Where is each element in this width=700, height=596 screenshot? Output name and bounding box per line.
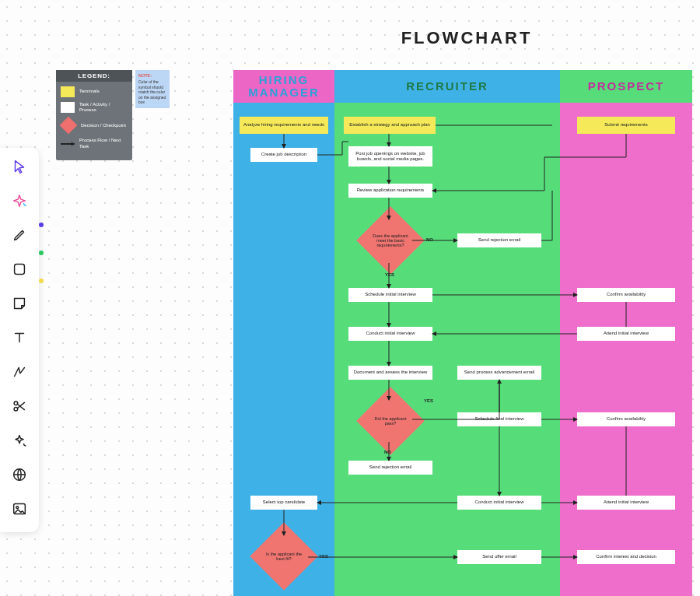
label-yes-hm: YES: [319, 554, 328, 559]
sparkle-tool-icon[interactable]: [10, 431, 29, 450]
label-yes-basic: YES: [385, 272, 394, 277]
cursor-tool-icon[interactable]: [10, 157, 29, 176]
node-rec-basic[interactable]: Does the applicant meet the basic requir…: [366, 216, 415, 265]
globe-tool-icon[interactable]: [10, 465, 29, 484]
connector-tool-icon[interactable]: [10, 363, 29, 381]
node-hm-bestfit[interactable]: Is the applicant the best fit?: [260, 532, 308, 580]
legend-label-flow: Process Flow / Next Task: [79, 138, 128, 149]
node-rec-offer[interactable]: Send offer email: [457, 550, 541, 564]
lane-body-hm: Analyze hiring requirements and needs Cr…: [233, 103, 334, 596]
lane-body-pro: Submit requirements Confirm availability…: [560, 103, 692, 596]
node-rec-post[interactable]: Post job openings on website, job boards…: [348, 146, 432, 167]
svg-rect-0: [15, 265, 25, 275]
status-dot-green: [39, 251, 44, 255]
node-pro-confirm1[interactable]: Confirm availability: [577, 288, 675, 302]
image-tool-icon[interactable]: [10, 500, 29, 518]
svg-point-5: [16, 507, 19, 509]
lane-recruiter: RECRUITER Establish a strategy and appro…: [334, 70, 560, 596]
node-rec-advance[interactable]: Send process advancement email: [457, 366, 541, 380]
label-yes-pass: YES: [424, 398, 433, 403]
lane-header-rec: RECRUITER: [334, 70, 560, 103]
node-rec-document[interactable]: Document and assess the interview: [348, 366, 432, 380]
legend-swatch-task: [61, 102, 75, 113]
lane-header-hm: HIRING MANAGER: [233, 70, 334, 103]
text-tool-icon[interactable]: [10, 328, 29, 347]
lane-hiring-manager: HIRING MANAGER Analyze hiring requiremen…: [233, 70, 334, 596]
lane-header-pro: PROSPECT: [560, 70, 692, 103]
node-rec-conduct2[interactable]: Conduct initial interview: [457, 496, 541, 510]
note-heading: NOTE:: [138, 73, 166, 79]
node-pro-attend2[interactable]: Attend initial interview: [577, 496, 675, 510]
node-rec-pass[interactable]: Did the applicant pass?: [366, 397, 415, 445]
legend-label-task: Task / Activity / Process: [79, 102, 128, 113]
node-pro-attend1[interactable]: Attend initial interview: [577, 327, 675, 341]
node-pro-submit[interactable]: Submit requirements: [577, 117, 675, 134]
node-hm-analyze[interactable]: Analyze hiring requirements and needs: [240, 117, 328, 134]
lane-prospect: PROSPECT Submit requirements Confirm ava…: [560, 70, 692, 596]
node-hm-select[interactable]: Select top candidate: [250, 496, 317, 510]
legend-swatch-terminal: [61, 86, 75, 97]
ai-tool-icon[interactable]: [10, 191, 29, 210]
scissors-tool-icon[interactable]: [10, 397, 29, 415]
note-body: Color of the symbol should match the col…: [138, 79, 166, 104]
legend-diamond-icon: [60, 117, 78, 135]
legend-heading: LEGEND:: [56, 70, 132, 82]
node-rec-review[interactable]: Review application requirements: [348, 184, 432, 198]
legend-row-task: Task / Activity / Process: [61, 102, 128, 113]
legend-row-terminal: Terminals: [61, 86, 128, 97]
node-pro-confirm2[interactable]: Confirm availability: [577, 412, 675, 426]
legend-row-decision: Decision / Checkpoint: [61, 117, 128, 133]
chart-title: FLOWCHART: [233, 28, 700, 48]
lane-body-rec: Establish a strategy and approach plan P…: [334, 103, 560, 596]
node-rec-reject2[interactable]: Send rejection email: [348, 461, 432, 475]
status-dot-purple: [39, 223, 44, 227]
label-no-basic: NO: [426, 237, 433, 242]
pen-tool-icon[interactable]: [10, 226, 29, 244]
legend-row-flow: Process Flow / Next Task: [61, 138, 128, 149]
node-rec-schedfinal[interactable]: Schedule final interview: [457, 412, 541, 426]
legend-label-terminal: Terminals: [79, 89, 100, 94]
node-rec-reject1[interactable]: Send rejection email: [457, 233, 541, 247]
shape-tool-icon[interactable]: [10, 260, 29, 279]
toolbar: [0, 148, 39, 532]
node-pro-confirm3[interactable]: Confirm interest and decision: [577, 550, 675, 564]
swimlanes: HIRING MANAGER Analyze hiring requiremen…: [233, 70, 692, 596]
legend-label-decision: Decision / Checkpoint: [81, 123, 126, 128]
node-hm-create[interactable]: Create job description: [250, 148, 317, 162]
node-rec-strategy[interactable]: Establish a strategy and approach plan: [344, 117, 436, 134]
label-no-pass: NO: [384, 450, 391, 454]
node-rec-schedule[interactable]: Schedule initial interview: [348, 288, 432, 302]
sticky-note-tool-icon[interactable]: [10, 294, 29, 313]
legend-panel[interactable]: LEGEND: Terminals Task / Activity / Proc…: [56, 70, 132, 160]
note-sticky[interactable]: NOTE: Color of the symbol should match t…: [135, 70, 170, 108]
node-rec-conduct1[interactable]: Conduct initial interview: [348, 327, 432, 341]
legend-arrow-icon: [61, 143, 75, 145]
status-dot-yellow: [39, 279, 44, 283]
